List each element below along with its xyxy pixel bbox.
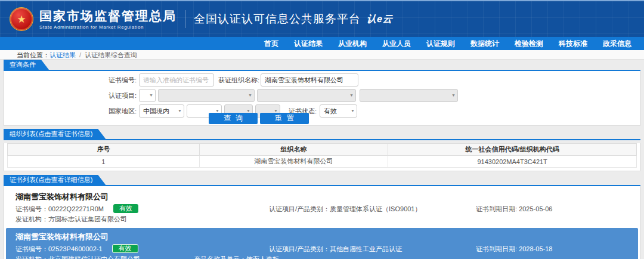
project-select-level1[interactable]: ▼: [139, 89, 156, 102]
nav-item-personnel[interactable]: 从业人员: [374, 37, 419, 50]
ren-e-yun-logo: 认e云: [366, 13, 393, 26]
nav-item-tech-standards[interactable]: 科技标准: [551, 37, 595, 50]
nav-item-inspection[interactable]: 检验检测: [507, 37, 551, 50]
query-section-tab: 查询条件: [4, 60, 49, 70]
cert-list-panel: 湖南雪宝装饰材料有限公司 证书编号：00222Q22271R0M有效 认证项目/…: [4, 186, 640, 259]
cert-issuer: 发证机构：方圆标志认证集团有限公司: [16, 214, 127, 224]
cert-no-input[interactable]: [139, 73, 214, 87]
project-select-level2[interactable]: ▼: [158, 89, 255, 102]
cert-card-line: 证书编号：02523P4600002-1有效 认证项目/产品类别：其他自愿性工业…: [6, 244, 638, 254]
cert-list-section-tab: 证书列表(点击查看详细信息): [4, 175, 106, 185]
expiry-field-label: 证书到期日期:: [476, 245, 517, 252]
cert-no-field-label: 证书编号：: [16, 245, 48, 252]
region-select-value: 中国境内: [143, 107, 169, 115]
cert-org-name: 湖南雪宝装饰材料有限公司: [6, 190, 638, 204]
project-select-level4[interactable]: ▼: [360, 89, 458, 102]
project-field-label: 认证项目/产品类别：: [269, 205, 330, 212]
nav-item-procurement[interactable]: 政采信息: [595, 37, 639, 50]
reset-button[interactable]: 重置: [260, 113, 309, 124]
org-name-input[interactable]: [261, 73, 358, 87]
org-col-header-credit-code: 统一社会信用代码/组织机构代码: [388, 144, 637, 156]
cert-list-section-header: 证书列表(点击查看详细信息): [4, 175, 640, 186]
cert-no-field-label: 证书编号：: [16, 205, 48, 212]
org-list-section-header: 组织列表(点击查看证书信息): [4, 129, 640, 140]
project-value: 其他自愿性工业产品认证: [330, 245, 402, 252]
expiry-field-label: 证书到期日期:: [476, 205, 517, 212]
main-nav: 首页 认证结果 从业机构 从业人员 认证规则 数据统计 检验检测 科技标准 政采…: [0, 37, 644, 50]
national-emblem-icon: ★: [10, 7, 33, 31]
chevron-down-icon: ▼: [451, 90, 456, 101]
issuer-field-label: 发证机构：: [16, 255, 48, 259]
cert-org-name: 湖南雪宝装饰材料有限公司: [6, 230, 638, 244]
cert-project: 认证项目/产品类别：质量管理体系认证（ISO9001）: [269, 204, 421, 214]
emblem-star-glyph: ★: [17, 13, 26, 26]
chevron-down-icon: ▼: [248, 90, 252, 101]
nav-item-cert-results[interactable]: 认证结果: [286, 37, 330, 50]
cert-expiry: 证书到期日期: 2028-05-18: [476, 244, 552, 254]
issuer-value: 北京国建联信认证中心有限公司: [48, 255, 140, 259]
breadcrumb: 当前位置：认证结果/认证结果综合查询: [0, 50, 644, 60]
query-row-3: 国家地区: 中国境内▼ ▼ ▼ ▼ 证书状态: 有效▼: [4, 104, 640, 118]
status-badge: 有效: [112, 244, 138, 253]
nav-item-home[interactable]: 首页: [256, 37, 286, 50]
cert-no: 证书编号：00222Q22271R0M有效: [16, 204, 138, 214]
breadcrumb-separator: /: [79, 51, 81, 58]
org-row-index[interactable]: 1: [8, 156, 200, 168]
certificate-card-1[interactable]: 湖南雪宝装饰材料有限公司 证书编号：00222Q22271R0M有效 认证项目/…: [6, 188, 638, 228]
status-select-value: 有效: [324, 107, 337, 115]
cert-product: 产品名称及单元：饰面人造板: [194, 254, 279, 259]
query-row-1: 证书编号: 获证组织名称:: [4, 73, 640, 87]
search-button[interactable]: 查询: [209, 113, 258, 124]
agency-title-block: 国家市场监督管理总局 State Administration for Mark…: [39, 9, 177, 30]
chevron-down-icon: ▼: [149, 90, 153, 101]
org-row-credit-code[interactable]: 91430202MA4T3C421T: [388, 156, 637, 168]
cert-card-line: 发证机构：北京国建联信认证中心有限公司 产品名称及单元：饰面人造板: [6, 254, 638, 259]
platform-title: 全国认证认可信息公共服务平台: [194, 11, 361, 27]
query-section-header: 查询条件: [4, 60, 640, 71]
status-select[interactable]: 有效▼: [320, 104, 357, 118]
header-divider: [185, 10, 185, 28]
cert-card-line: 证书编号：00222Q22271R0M有效 认证项目/产品类别：质量管理体系认证…: [6, 204, 638, 214]
org-list-section-tab: 组织列表(点击查看证书信息): [4, 129, 106, 139]
status-badge: 有效: [113, 204, 138, 213]
nav-item-cert-rules[interactable]: 认证规则: [419, 37, 463, 50]
certificate-card-2-selected[interactable]: 湖南雪宝装饰材料有限公司 证书编号：02523P4600002-1有效 认证项目…: [6, 228, 638, 259]
agency-name-en: State Administration for Market Regulati…: [39, 24, 177, 30]
breadcrumb-prefix: 当前位置：: [17, 51, 49, 58]
cert-no: 证书编号：02523P4600002-1有效: [16, 244, 138, 254]
query-panel: 证书编号: 获证组织名称: 认证项目: ▼ ▼ ▼ ▼ 国家地区: 中国境内▼ …: [4, 71, 640, 126]
site-header: ★ 国家市场监督管理总局 State Administration for Ma…: [0, 0, 644, 37]
project-label: 认证项目:: [94, 89, 137, 102]
nav-item-statistics[interactable]: 数据统计: [463, 37, 507, 50]
cert-no-label: 证书编号:: [94, 73, 137, 87]
breadcrumb-link-cert-results[interactable]: 认证结果: [49, 51, 76, 58]
org-table-header-row: 序号 组织名称 统一社会信用代码/组织机构代码: [8, 144, 637, 156]
cert-card-line: 发证机构：方圆标志认证集团有限公司: [6, 214, 638, 224]
product-value: 饰面人造板: [246, 255, 279, 259]
project-value: 质量管理体系认证（ISO9001）: [330, 205, 421, 212]
cert-expiry: 证书到期日期: 2025-05-06: [476, 204, 552, 214]
chevron-down-icon: ▼: [349, 90, 354, 101]
region-label: 国家地区:: [94, 104, 137, 118]
project-select-level3[interactable]: ▼: [257, 89, 356, 102]
region-select[interactable]: 中国境内▼: [139, 104, 184, 118]
org-col-header-name: 组织名称: [199, 144, 388, 156]
issuer-value: 方圆标志认证集团有限公司: [48, 215, 127, 223]
chevron-down-icon: ▼: [351, 105, 355, 117]
main-content: 查询条件 证书编号: 获证组织名称: 认证项目: ▼ ▼ ▼ ▼ 国家地区: 中…: [0, 60, 644, 259]
expiry-value: 2028-05-18: [519, 245, 552, 252]
issuer-field-label: 发证机构：: [16, 215, 48, 223]
nav-item-institutions[interactable]: 从业机构: [330, 37, 374, 50]
org-table-row[interactable]: 1 湖南雪宝装饰材料有限公司 91430202MA4T3C421T: [8, 156, 637, 168]
breadcrumb-current: 认证结果综合查询: [85, 51, 137, 58]
cert-no-value: 00222Q22271R0M: [48, 205, 104, 212]
cert-issuer: 发证机构：北京国建联信认证中心有限公司: [16, 254, 140, 259]
org-row-name[interactable]: 湖南雪宝装饰材料有限公司: [199, 156, 388, 168]
product-field-label: 产品名称及单元：: [194, 255, 246, 259]
org-name-label: 获证组织名称:: [214, 73, 259, 87]
expiry-value: 2025-05-06: [519, 205, 552, 212]
cert-project: 认证项目/产品类别：其他自愿性工业产品认证: [269, 244, 402, 254]
chevron-down-icon: ▼: [178, 105, 182, 117]
project-field-label: 认证项目/产品类别：: [269, 245, 330, 252]
cert-no-value: 02523P4600002-1: [48, 245, 103, 252]
